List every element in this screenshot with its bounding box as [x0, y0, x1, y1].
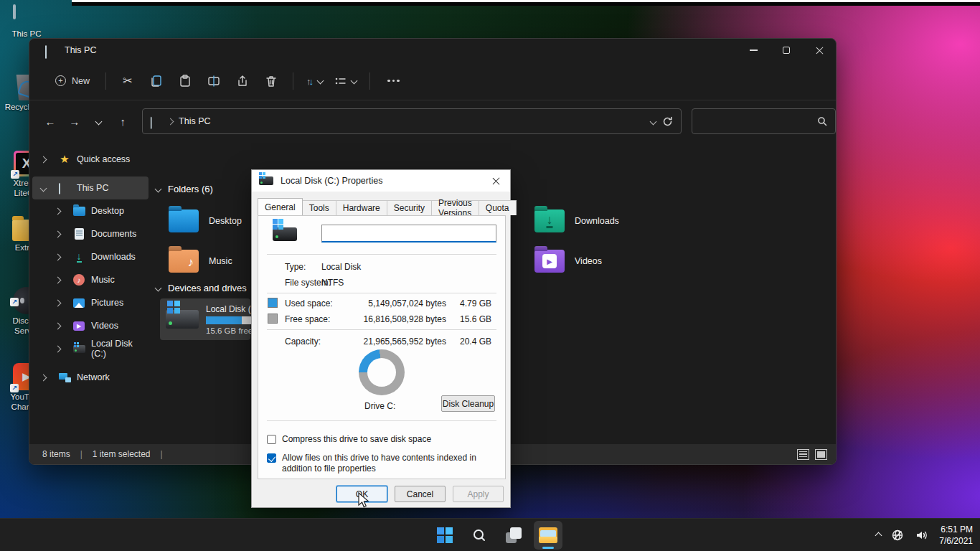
copy-icon	[149, 74, 164, 88]
free-space-swatch	[268, 314, 278, 324]
address-bar[interactable]: This PC	[142, 108, 682, 134]
search-button[interactable]	[465, 521, 494, 550]
tab-quota[interactable]: Quota	[479, 200, 517, 215]
chevron-down-icon[interactable]	[40, 184, 47, 192]
window-title: This PC	[65, 45, 96, 55]
tab-hardware[interactable]: Hardware	[336, 200, 387, 215]
cut-button[interactable]: ✂	[113, 68, 142, 94]
item-count: 8 items	[42, 449, 70, 459]
rename-button[interactable]	[199, 68, 228, 94]
see-more-button[interactable]	[377, 68, 410, 94]
sidebar-item-desktop[interactable]: Desktop	[32, 199, 149, 222]
up-button[interactable]: ↑	[112, 110, 133, 132]
breadcrumb[interactable]: This PC	[179, 116, 210, 126]
back-button[interactable]: ←	[39, 110, 61, 132]
start-button[interactable]	[430, 521, 459, 550]
share-button[interactable]	[228, 68, 257, 94]
view-icon	[334, 75, 347, 87]
checkbox-icon	[267, 435, 276, 444]
sidebar-item-quick-access[interactable]: ★ Quick access	[32, 148, 149, 171]
trash-icon	[264, 74, 278, 88]
dialog-titlebar[interactable]: Local Disk (C:) Properties	[252, 170, 510, 192]
apply-button[interactable]: Apply	[453, 486, 504, 502]
desktop-icon-this-pc[interactable]: This PC	[4, 6, 49, 39]
pictures-icon	[73, 298, 85, 308]
explorer-toolbar: + New ✂ ↑↓	[29, 62, 836, 100]
tile-videos[interactable]: ▶ Videos	[526, 241, 741, 281]
chevron-right-icon[interactable]	[55, 299, 62, 306]
chevron-right-icon[interactable]	[55, 276, 62, 283]
tab-general[interactable]: General	[258, 198, 303, 215]
hidden-icons-chevron[interactable]	[875, 532, 882, 539]
details-view-button[interactable]	[797, 449, 809, 460]
explorer-titlebar[interactable]: This PC	[29, 39, 836, 62]
drive-icon	[259, 176, 273, 185]
sidebar-item-network[interactable]: Network	[32, 366, 149, 389]
desktop-icon	[73, 207, 85, 216]
checkbox-icon	[267, 453, 276, 463]
this-pc-icon	[13, 6, 40, 27]
devices-section-header[interactable]: Devices and drives	[156, 283, 247, 293]
chevron-right-icon[interactable]	[55, 230, 62, 237]
new-button[interactable]: + New	[47, 68, 98, 94]
tab-security[interactable]: Security	[387, 200, 432, 215]
task-view-button[interactable]	[499, 521, 528, 550]
tab-tools[interactable]: Tools	[302, 200, 336, 215]
sidebar-item-documents[interactable]: Documents	[32, 222, 149, 245]
dialog-title: Local Disk (C:) Properties	[281, 176, 382, 186]
cancel-button[interactable]: Cancel	[395, 486, 446, 502]
search-input[interactable]	[699, 116, 816, 126]
sidebar-item-this-pc[interactable]: This PC	[32, 176, 149, 199]
chevron-right-icon[interactable]	[40, 374, 47, 381]
used-space-swatch	[268, 298, 278, 308]
taskbar-clock[interactable]: 6:51 PM 7/6/2021	[939, 524, 973, 547]
recent-locations-button[interactable]	[88, 110, 110, 132]
sort-button[interactable]: ↑↓	[301, 68, 329, 94]
taskbar: 6:51 PM 7/6/2021	[0, 518, 980, 551]
volume-label-input[interactable]	[321, 225, 496, 242]
minimize-button[interactable]	[737, 39, 770, 62]
sidebar-item-music[interactable]: ♪ Music	[32, 268, 149, 291]
system-tray: 6:51 PM 7/6/2021	[876, 519, 973, 551]
volume-icon[interactable]	[915, 529, 929, 542]
paste-button[interactable]	[171, 68, 199, 94]
view-button[interactable]	[329, 68, 362, 94]
index-contents-checkbox[interactable]: Allow files on this drive to have conten…	[267, 453, 498, 474]
close-button[interactable]	[803, 39, 836, 62]
file-explorer-taskbar-button[interactable]	[534, 521, 562, 550]
taskbar-center-icons	[430, 519, 562, 551]
explorer-navbar: ← → ↑ This PC	[29, 105, 836, 138]
chevron-right-icon[interactable]	[55, 207, 62, 215]
desktop-screen: This PC Recycle Bin X Xtreme LiteOS Extr…	[0, 0, 980, 551]
maximize-button[interactable]	[770, 39, 803, 62]
disk-cleanup-button[interactable]: Disk Cleanup	[441, 395, 495, 412]
clock-date: 7/6/2021	[939, 536, 973, 546]
delete-button[interactable]	[257, 68, 286, 94]
sidebar-item-local-disk-c[interactable]: Local Disk (C:)	[32, 337, 149, 360]
tab-previous-versions[interactable]: Previous Versions	[431, 200, 479, 215]
tile-local-disk-c[interactable]: Local Disk (C:) 15.6 GB free of 20.4 GB	[160, 298, 250, 340]
sidebar-item-videos[interactable]: ▶ Videos	[32, 314, 149, 337]
dialog-close-button[interactable]	[481, 170, 510, 192]
chevron-right-icon[interactable]	[55, 322, 62, 329]
chevron-right-icon[interactable]	[40, 156, 47, 163]
this-pc-icon	[151, 117, 161, 126]
sidebar-item-downloads[interactable]: ↓ Downloads	[32, 245, 149, 268]
forward-button[interactable]: →	[64, 110, 85, 132]
network-globe-offline-icon[interactable]	[891, 529, 905, 542]
address-dropdown-icon[interactable]	[650, 118, 657, 125]
search-box[interactable]	[692, 108, 836, 134]
chevron-right-icon[interactable]	[55, 253, 62, 260]
breadcrumb-chevron-icon	[167, 118, 174, 125]
compress-checkbox[interactable]: Compress this drive to save disk space	[267, 434, 498, 445]
sidebar-item-pictures[interactable]: Pictures	[32, 291, 149, 314]
search-icon	[816, 116, 828, 127]
tile-downloads[interactable]: ↓ Downloads	[526, 201, 741, 241]
drive-icon	[73, 345, 85, 353]
folders-section-header[interactable]: Folders (6)	[156, 184, 213, 194]
refresh-icon[interactable]	[661, 116, 674, 128]
chevron-right-icon[interactable]	[55, 345, 62, 352]
copy-button[interactable]	[142, 68, 171, 94]
music-icon: ♪	[73, 274, 85, 286]
large-icons-view-button[interactable]	[815, 449, 827, 460]
